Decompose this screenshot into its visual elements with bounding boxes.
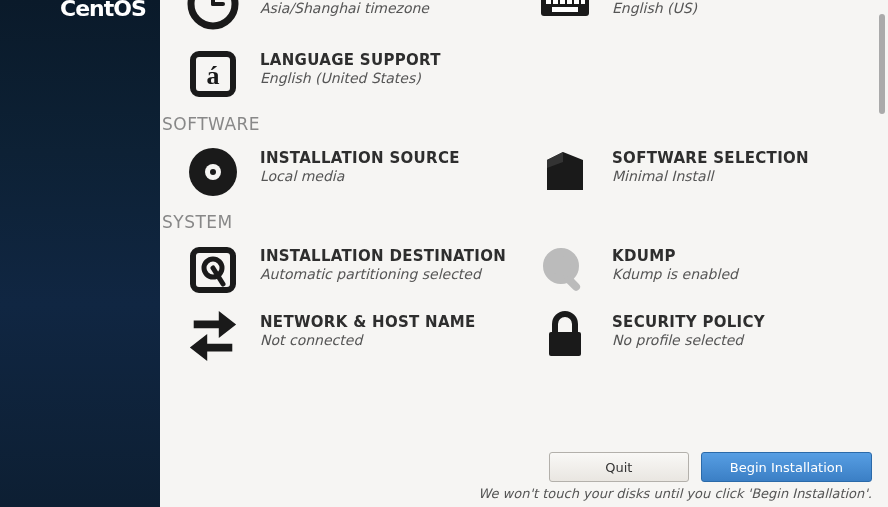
svg-rect-16 — [552, 7, 578, 12]
spoke-title: INSTALLATION SOURCE — [260, 149, 460, 167]
spoke-installation-source[interactable]: INSTALLATION SOURCE Local media — [186, 140, 536, 204]
spoke-date-time[interactable]: Asia/Shanghai timezone — [186, 0, 536, 36]
svg-rect-2 — [211, 2, 225, 6]
svg-rect-11 — [553, 0, 558, 4]
spoke-status: Not connected — [260, 332, 476, 348]
summary-content: Asia/Shanghai timezone English (US) á — [160, 0, 888, 444]
spoke-title: NETWORK & HOST NAME — [260, 313, 476, 331]
begin-installation-button[interactable]: Begin Installation — [701, 452, 872, 482]
spoke-software-selection[interactable]: SOFTWARE SELECTION Minimal Install — [538, 140, 888, 204]
svg-text:á: á — [207, 61, 220, 90]
network-icon — [186, 309, 240, 363]
footer-bar: Quit Begin Installation We won't touch y… — [160, 444, 888, 507]
svg-rect-14 — [574, 0, 579, 4]
disk-icon — [186, 243, 240, 297]
language-icon: á — [186, 47, 240, 101]
svg-point-21 — [210, 169, 216, 175]
kdump-icon — [538, 243, 592, 297]
spoke-title: SOFTWARE SELECTION — [612, 149, 809, 167]
spoke-status: No profile selected — [612, 332, 765, 348]
spoke-title: INSTALLATION DESTINATION — [260, 247, 506, 265]
scrollbar-thumb[interactable] — [879, 14, 885, 114]
spoke-kdump[interactable]: KDUMP Kdump is enabled — [538, 238, 888, 302]
keyboard-icon — [538, 0, 592, 31]
spoke-status: Automatic partitioning selected — [260, 266, 506, 282]
svg-rect-10 — [546, 0, 551, 4]
clock-icon — [186, 0, 240, 31]
spoke-installation-destination[interactable]: INSTALLATION DESTINATION Automatic parti… — [186, 238, 536, 302]
spoke-network[interactable]: NETWORK & HOST NAME Not connected — [186, 304, 536, 368]
svg-point-24 — [547, 252, 575, 280]
sidebar-panel: CentOS — [0, 0, 160, 507]
spoke-title: LANGUAGE SUPPORT — [260, 51, 441, 69]
svg-rect-12 — [560, 0, 565, 4]
spoke-title: KDUMP — [612, 247, 738, 265]
quit-button[interactable]: Quit — [549, 452, 689, 482]
spoke-keyboard[interactable]: English (US) — [538, 0, 888, 36]
svg-rect-26 — [549, 332, 581, 356]
section-header-software: SOFTWARE — [160, 114, 888, 134]
main-panel: Asia/Shanghai timezone English (US) á — [160, 0, 888, 507]
svg-rect-15 — [581, 0, 585, 4]
spoke-status: Kdump is enabled — [612, 266, 738, 282]
spoke-title: SECURITY POLICY — [612, 313, 765, 331]
package-icon — [538, 145, 592, 199]
lock-icon — [538, 309, 592, 363]
spoke-status: English (United States) — [260, 70, 441, 86]
spoke-language-support[interactable]: á LANGUAGE SUPPORT English (United State… — [186, 42, 536, 106]
spoke-status: English (US) — [612, 0, 697, 16]
scrollbar[interactable] — [878, 0, 888, 507]
footer-note: We won't touch your disks until you clic… — [478, 486, 872, 501]
spoke-status: Minimal Install — [612, 168, 809, 184]
spoke-status: Local media — [260, 168, 460, 184]
spoke-security-policy[interactable]: SECURITY POLICY No profile selected — [538, 304, 888, 368]
spoke-status: Asia/Shanghai timezone — [260, 0, 429, 16]
disc-icon — [186, 145, 240, 199]
distro-logo: CentOS — [60, 0, 146, 21]
section-header-system: SYSTEM — [160, 212, 888, 232]
svg-rect-13 — [567, 0, 572, 4]
